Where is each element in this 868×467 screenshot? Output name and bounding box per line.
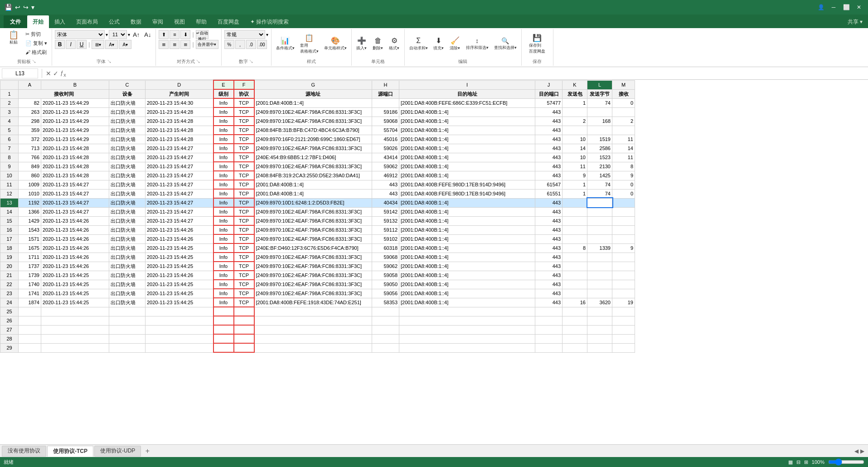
cell-J25[interactable] <box>535 307 563 316</box>
row-num-27[interactable]: 27 <box>0 325 19 334</box>
cell-I6[interactable]: [2001:DA8:400B:1::4] <box>399 135 535 144</box>
cell-J26[interactable] <box>535 316 563 325</box>
cell-M4[interactable]: 2 <box>612 117 635 126</box>
cell-F21[interactable]: TCP <box>234 271 254 280</box>
delete-btn[interactable]: 🗑 删除▾ <box>371 36 385 52</box>
cell-A28[interactable] <box>19 334 41 343</box>
cell-G18[interactable]: [240E:BF:D460:12F3:6C76:E5D6:F4CA:B790] <box>254 243 372 253</box>
fill-btn[interactable]: ⬇ 填充▾ <box>432 35 446 52</box>
view-layout-btn[interactable]: ⊟ <box>796 459 800 465</box>
cell-G1[interactable]: 源地址 <box>254 89 372 98</box>
cell-F4[interactable]: TCP <box>234 117 254 126</box>
row-num-14[interactable]: 14 <box>0 207 19 216</box>
cell-A3[interactable]: 263 <box>19 107 41 117</box>
row-num-11[interactable]: 11 <box>0 180 19 189</box>
cell-M2[interactable]: 0 <box>612 98 635 107</box>
number-format-select[interactable]: 常规 <box>224 30 265 39</box>
cell-D23[interactable]: 2020-11-23 15:44:25 <box>145 289 213 298</box>
cell-K18[interactable]: 8 <box>563 243 587 253</box>
cell-D10[interactable]: 2020-11-23 15:44:27 <box>145 171 213 180</box>
cell-J7[interactable]: 443 <box>535 144 563 153</box>
cell-G24[interactable]: [2001:DA8:400B:FEFE:1918:43DE:74AD:E251] <box>254 298 372 307</box>
cell-B29[interactable] <box>41 343 109 352</box>
tab-home[interactable]: 开始 <box>27 15 49 28</box>
row-num-8[interactable]: 8 <box>0 153 19 162</box>
tab-view[interactable]: 视图 <box>169 15 190 28</box>
cell-D19[interactable]: 2020-11-23 15:44:25 <box>145 253 213 262</box>
cell-D2[interactable]: 2020-11-23 15:44:30 <box>145 98 213 107</box>
zoom-slider[interactable] <box>828 458 864 466</box>
cell-D18[interactable]: 2020-11-23 15:44:25 <box>145 243 213 253</box>
cell-I21[interactable]: [2001:DA8:400B:1::4] <box>399 271 535 280</box>
cell-L18[interactable]: 1339 <box>587 243 612 253</box>
cell-J22[interactable]: 443 <box>535 280 563 289</box>
cell-L5[interactable] <box>587 126 612 135</box>
cell-D6[interactable]: 2020-11-23 15:44:28 <box>145 135 213 144</box>
cell-C27[interactable] <box>109 325 145 334</box>
cell-K22[interactable] <box>563 280 587 289</box>
cell-E8[interactable]: Info <box>213 153 234 162</box>
cell-C2[interactable]: 出口防火墙 <box>109 98 145 107</box>
cell-E12[interactable]: Info <box>213 189 234 198</box>
cell-C9[interactable]: 出口防火墙 <box>109 162 145 171</box>
cell-B25[interactable] <box>41 307 109 316</box>
cell-M28[interactable] <box>612 334 635 343</box>
cell-D15[interactable]: 2020-11-23 15:44:27 <box>145 216 213 225</box>
cell-J19[interactable]: 443 <box>535 253 563 262</box>
cell-I19[interactable]: [2001:DA8:400B:1::4] <box>399 253 535 262</box>
align-center-btn[interactable]: ≡ <box>170 40 179 49</box>
sheet-tab-no-protocol[interactable]: 没有使用协议 <box>2 446 46 457</box>
cell-K8[interactable]: 10 <box>563 153 587 162</box>
cell-I17[interactable]: [2001:DA8:400B:1::4] <box>399 234 535 243</box>
cell-F8[interactable]: TCP <box>234 153 254 162</box>
cell-C29[interactable] <box>109 343 145 352</box>
cell-A14[interactable]: 1366 <box>19 207 41 216</box>
cell-E11[interactable]: Info <box>213 180 234 189</box>
row-num-16[interactable]: 16 <box>0 225 19 234</box>
cell-A23[interactable]: 1741 <box>19 289 41 298</box>
cell-G12[interactable]: [2001:DA8:400B:1::4] <box>254 189 372 198</box>
cell-E5[interactable]: Info <box>213 126 234 135</box>
cell-H4[interactable]: 59068 <box>372 117 399 126</box>
cell-K7[interactable]: 14 <box>563 144 587 153</box>
cell-A18[interactable]: 1675 <box>19 243 41 253</box>
cell-E19[interactable]: Info <box>213 253 234 262</box>
cell-D8[interactable]: 2020-11-23 15:44:27 <box>145 153 213 162</box>
cell-G3[interactable]: [2409:8970:10E2:4EAF:798A:FC86:8331:3F3C… <box>254 107 372 117</box>
col-header-D[interactable]: D <box>145 80 213 89</box>
cell-H22[interactable]: 59050 <box>372 280 399 289</box>
cell-F3[interactable]: TCP <box>234 107 254 117</box>
cell-A12[interactable]: 1010 <box>19 189 41 198</box>
cell-F10[interactable]: TCP <box>234 171 254 180</box>
scroll-right-btn[interactable]: ▶ <box>860 448 864 454</box>
cell-H18[interactable]: 60318 <box>372 243 399 253</box>
cell-M25[interactable] <box>612 307 635 316</box>
row-num-26[interactable]: 26 <box>0 316 19 325</box>
cell-F5[interactable]: TCP <box>234 126 254 135</box>
cell-F14[interactable]: TCP <box>234 207 254 216</box>
row-num-22[interactable]: 22 <box>0 280 19 289</box>
cell-J4[interactable]: 443 <box>535 117 563 126</box>
cell-L20[interactable] <box>587 262 612 271</box>
col-header-A[interactable]: A <box>19 80 41 89</box>
cell-E27[interactable] <box>213 325 234 334</box>
cell-K14[interactable] <box>563 207 587 216</box>
wrap-text-btn[interactable]: ↵自动换行 <box>196 30 209 39</box>
cell-B14[interactable]: 2020-11-23 15:44:27 <box>41 207 109 216</box>
tab-share[interactable]: 共享 ▾ <box>842 15 868 28</box>
formula-input[interactable] <box>68 70 866 77</box>
cell-D4[interactable]: 2020-11-23 15:44:28 <box>145 117 213 126</box>
underline-btn[interactable]: U <box>77 40 87 49</box>
format-as-table-btn[interactable]: 📋 套用表格格式▾ <box>298 33 320 55</box>
cell-F23[interactable]: TCP <box>234 289 254 298</box>
cell-C13[interactable]: 出口防火墙 <box>109 198 145 207</box>
cell-E15[interactable]: Info <box>213 216 234 225</box>
cell-K28[interactable] <box>563 334 587 343</box>
cell-J10[interactable]: 443 <box>535 171 563 180</box>
merge-center-btn[interactable]: 合并居中▾ <box>196 40 218 49</box>
cell-L28[interactable] <box>587 334 612 343</box>
cell-K20[interactable] <box>563 262 587 271</box>
cell-E20[interactable]: Info <box>213 262 234 271</box>
cell-G14[interactable]: [2409:8970:10E2:4EAF:798A:FC86:8331:3F3C… <box>254 207 372 216</box>
cell-A21[interactable]: 1739 <box>19 271 41 280</box>
